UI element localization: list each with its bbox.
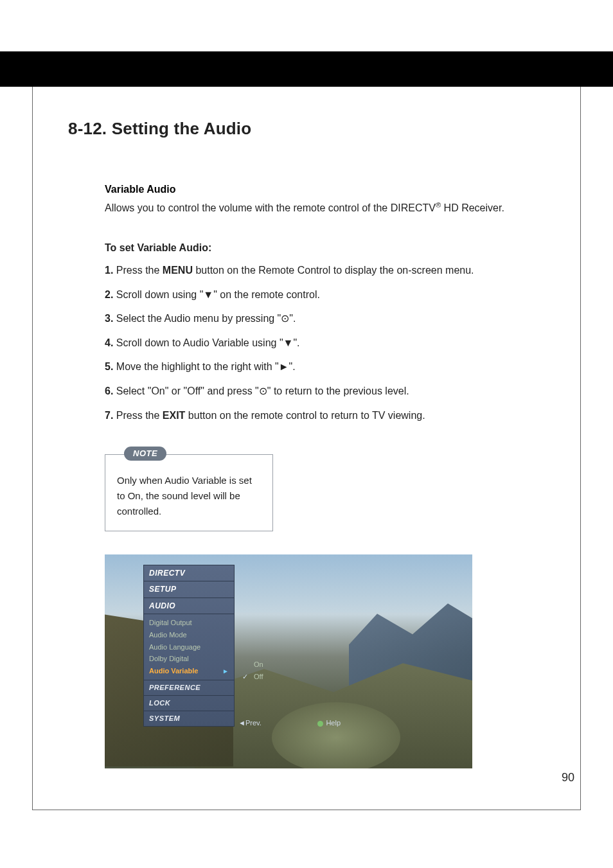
note-label: NOTE xyxy=(124,447,166,461)
step-6: 6. Select "On" or "Off" and press "⊙" to… xyxy=(105,384,542,398)
osd-setup: SETUP xyxy=(144,581,234,598)
note-text: Only when Audio Variable is set to On, t… xyxy=(105,454,273,531)
step-5: 5. Move the highlight to the right with … xyxy=(105,360,542,374)
step-text-post: " to return to the previous level. xyxy=(267,385,409,396)
osd-prev: ◄Prev. xyxy=(238,718,262,728)
step-num: 1. xyxy=(105,265,113,276)
osd-option-on: On xyxy=(233,659,346,671)
step-num: 6. xyxy=(105,385,113,396)
osd-audio: AUDIO xyxy=(144,598,234,614)
select-icon: ⊙ xyxy=(281,313,289,324)
desc-pre: Allows you to control the volume with th… xyxy=(105,202,436,213)
osd-item-dolby-digital: Dolby Digital xyxy=(144,653,234,665)
body-content: Variable Audio Allows you to control the… xyxy=(105,182,542,768)
variable-audio-desc: Allows you to control the volume with th… xyxy=(105,200,542,215)
step-num: 2. xyxy=(105,289,113,300)
step-text-pre: Scroll down using " xyxy=(116,289,204,300)
registered-mark: ® xyxy=(436,201,441,209)
step-text-post: " on the remote control. xyxy=(213,289,320,300)
document-page: 8-12. Setting the Audio Variable Audio A… xyxy=(0,0,613,868)
osd-section-lock: LOCK xyxy=(144,695,234,711)
step-text-pre: Scroll down to Audio Variable using " xyxy=(116,337,283,348)
chevron-right-icon: ► xyxy=(222,667,229,676)
steps-list: 1. Press the MENU button on the Remote C… xyxy=(105,263,542,422)
note-callout: NOTE Only when Audio Variable is set to … xyxy=(105,454,273,531)
step-text-post: ". xyxy=(293,337,299,348)
step-text-pre: Move the highlight to the right with " xyxy=(116,361,279,372)
step-2: 2. Scroll down using "▼" on the remote c… xyxy=(105,288,542,302)
section-heading: 8-12. Setting the Audio xyxy=(68,119,251,139)
osd-selected-label: Audio Variable xyxy=(149,666,198,676)
down-arrow-icon: ▼ xyxy=(283,337,294,348)
osd-section-preference: PREFERENCE xyxy=(144,680,234,695)
step-1: 1. Press the MENU button on the Remote C… xyxy=(105,263,542,278)
osd-item-audio-variable: Audio Variable ► xyxy=(144,665,234,677)
down-arrow-icon: ▼ xyxy=(203,289,213,300)
step-text-post: button on the Remote Control to display … xyxy=(193,265,474,276)
osd-menu: DIRECTV SETUP AUDIO Digital Output Audio… xyxy=(143,565,352,726)
osd-option-list: On Off xyxy=(233,659,346,683)
step-num: 5. xyxy=(105,361,113,372)
osd-help: Help xyxy=(317,718,341,728)
osd-audio-items: Digital Output Audio Mode Audio Language… xyxy=(144,614,234,680)
step-bold: MENU xyxy=(163,265,193,276)
osd-option-off: Off xyxy=(233,671,346,683)
step-4: 4. Scroll down to Audio Variable using "… xyxy=(105,336,542,350)
osd-help-label: Help xyxy=(326,719,341,727)
osd-panel: DIRECTV SETUP AUDIO Digital Output Audio… xyxy=(143,565,235,726)
osd-section-system: SYSTEM xyxy=(144,711,234,726)
variable-audio-title: Variable Audio xyxy=(105,182,542,197)
page-number: 90 xyxy=(562,771,574,784)
osd-item-audio-language: Audio Language xyxy=(144,641,234,653)
step-text-pre: Select the Audio menu by pressing " xyxy=(116,313,281,324)
step-3: 3. Select the Audio menu by pressing "⊙"… xyxy=(105,312,542,326)
step-text-pre: Press the xyxy=(116,265,163,276)
step-text-post: ". xyxy=(289,361,296,372)
step-bold: EXIT xyxy=(163,410,186,421)
osd-bottom-bar: ◄Prev. Help xyxy=(233,718,346,728)
step-text-post: button on the remote control to return t… xyxy=(185,410,425,421)
select-icon: ⊙ xyxy=(259,385,267,396)
step-num: 3. xyxy=(105,313,113,324)
step-text-post: ". xyxy=(289,313,296,324)
right-arrow-icon: ► xyxy=(279,361,289,372)
step-text-pre: Select "On" or "Off" and press " xyxy=(116,385,259,396)
osd-brand: DIRECTV xyxy=(144,565,234,581)
step-num: 7. xyxy=(105,410,113,421)
osd-item-digital-output: Digital Output xyxy=(144,617,234,629)
step-num: 4. xyxy=(105,337,113,348)
step-text-pre: Press the xyxy=(116,410,163,421)
tv-screenshot: DIRECTV SETUP AUDIO Digital Output Audio… xyxy=(105,554,472,768)
step-7: 7. Press the EXIT button on the remote c… xyxy=(105,409,542,423)
osd-item-audio-mode: Audio Mode xyxy=(144,629,234,641)
header-black-band xyxy=(0,51,613,87)
to-set-title: To set Variable Audio: xyxy=(105,241,542,255)
desc-post: HD Receiver. xyxy=(441,202,504,213)
help-dot-icon xyxy=(317,721,323,727)
